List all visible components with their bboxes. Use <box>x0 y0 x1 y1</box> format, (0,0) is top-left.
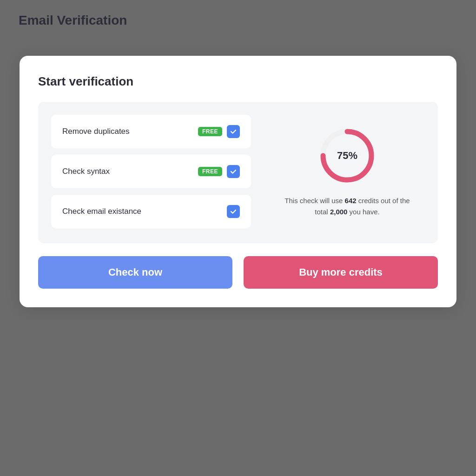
donut-chart: 75% <box>317 126 377 186</box>
option-remove-duplicates-right: FREE <box>198 125 240 138</box>
donut-label: 75% <box>337 150 357 162</box>
options-column: Remove duplicates FREE Check syntax <box>51 115 251 228</box>
page-title: Email Verification <box>19 13 457 28</box>
option-remove-duplicates-label: Remove duplicates <box>62 127 130 136</box>
credit-info: This check will use 642 credits out of t… <box>282 195 412 218</box>
card-content: Remove duplicates FREE Check syntax <box>38 102 438 243</box>
credit-info-prefix: This check will use <box>284 197 344 205</box>
option-check-email-existance-label: Check email existance <box>62 207 141 216</box>
info-column: 75% This check will use 642 credits out … <box>270 115 425 228</box>
option-check-syntax-right: FREE <box>198 165 240 178</box>
option-check-email-existance: Check email existance <box>51 195 251 228</box>
credit-info-used: 642 <box>345 197 357 205</box>
free-badge-syntax: FREE <box>198 167 222 176</box>
checkbox-remove-duplicates[interactable] <box>227 125 240 138</box>
buy-more-credits-button[interactable]: Buy more credits <box>244 256 438 289</box>
checkbox-check-email-existance[interactable] <box>227 205 240 218</box>
free-badge-duplicates: FREE <box>198 127 222 136</box>
check-now-button[interactable]: Check now <box>38 256 232 289</box>
option-check-syntax-label: Check syntax <box>62 167 110 176</box>
option-remove-duplicates: Remove duplicates FREE <box>51 115 251 148</box>
option-check-email-existance-right <box>227 205 240 218</box>
credit-info-suffix: you have. <box>347 208 379 216</box>
verification-card: Start verification Remove duplicates FRE… <box>20 56 456 307</box>
card-title: Start verification <box>38 74 438 89</box>
card-footer: Check now Buy more credits <box>38 256 438 289</box>
credit-info-total: 2,000 <box>330 208 348 216</box>
option-check-syntax: Check syntax FREE <box>51 155 251 188</box>
checkbox-check-syntax[interactable] <box>227 165 240 178</box>
